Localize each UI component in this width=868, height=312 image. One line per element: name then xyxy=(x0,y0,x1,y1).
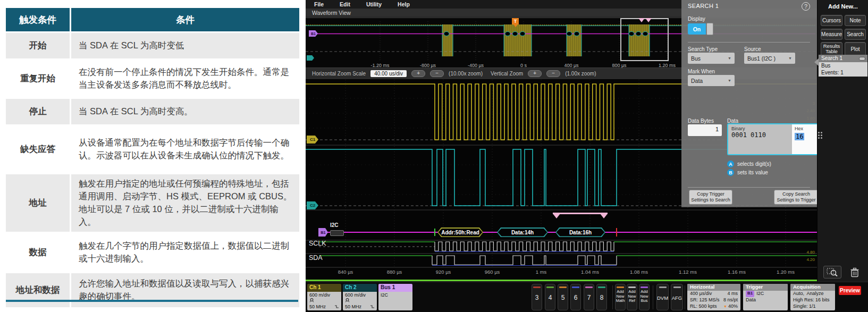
preview-button[interactable]: Preview xyxy=(839,286,861,295)
row-condition-desc: 触发在用户指定的地址或任何预编程的特殊地址，包括通用调用、启动字节、HS 模式、… xyxy=(71,174,299,232)
source-label: Source xyxy=(744,46,761,52)
channel8-button[interactable]: 8 xyxy=(596,284,607,310)
add-new-bus-button[interactable]: Add New Bus xyxy=(639,284,650,310)
channel6-button[interactable]: 6 xyxy=(570,284,581,310)
item-toggle-icon[interactable] xyxy=(859,57,865,61)
right-sidebar: Add New... Cursors Note Measure Search R… xyxy=(817,0,868,282)
v-zoom-minus-button[interactable]: − xyxy=(546,70,560,77)
search-type-dropdown[interactable]: Bus▼ xyxy=(688,53,735,64)
display-toggle[interactable]: On xyxy=(688,23,713,35)
menu-edit[interactable]: Edit xyxy=(340,1,350,7)
add-new-heading: Add New... xyxy=(818,3,868,10)
divider xyxy=(688,187,810,188)
menu-file[interactable]: File xyxy=(314,1,324,7)
search1-list-item[interactable]: Search 1 Bus Events: 1 xyxy=(819,55,867,77)
data-bytes-input[interactable]: 1 xyxy=(688,124,722,136)
afg-button[interactable]: AFG xyxy=(671,284,683,310)
knob-b-hint: B sets its value xyxy=(727,169,768,176)
channel2-scale: 600 m/div xyxy=(345,292,375,298)
add-new-ref-button[interactable]: Add New Ref xyxy=(627,284,637,310)
channel2-card-header: Ch 2 xyxy=(343,284,377,292)
search-type-label: Search Type xyxy=(688,46,718,52)
hex-value-selected[interactable]: 16 xyxy=(795,133,804,140)
h-zoom-factor-text: (10.00x zoom) xyxy=(449,71,483,77)
panel-grip-icon[interactable] xyxy=(818,132,822,139)
add-cursors-button[interactable]: Cursors xyxy=(821,15,842,26)
divider xyxy=(688,42,810,43)
table-row: 地址和数据 允许您输入地址和数据值以及读取与写入，以捕获感兴趣的确切事件。 xyxy=(6,273,299,307)
menu-utility[interactable]: Utility xyxy=(366,1,382,7)
zoom-scale-input[interactable]: 40.00 us/div xyxy=(370,70,407,77)
dvm-button[interactable]: DVM xyxy=(656,284,669,310)
trigger-settings-panel[interactable]: Trigger B1I2C Data xyxy=(743,284,788,310)
channel3-button[interactable]: 3 xyxy=(532,284,542,310)
copy-trigger-to-search-button[interactable]: Copy Trigger Settings to Search xyxy=(689,190,732,205)
time-axis-label: 880 µs xyxy=(387,269,402,275)
tab-waveform-view[interactable]: Waveform View xyxy=(306,10,351,16)
trigger-bus-type: I2C xyxy=(756,291,764,297)
header-condition: 条件 xyxy=(71,8,299,31)
graticule-bottom-border xyxy=(306,280,817,281)
trigger-position-icon: ▼ xyxy=(723,305,727,308)
row-condition-desc: 允许您输入地址和数据值以及读取与写入，以捕获感兴趣的确切事件。 xyxy=(71,273,299,307)
header-trigger-condition: 触发条件 xyxy=(6,8,70,31)
search1-item-events: Events: 1 xyxy=(821,70,865,77)
row-condition-name: 地址和数据 xyxy=(6,273,70,307)
sda-label: SDA xyxy=(309,254,323,262)
channel1-card[interactable]: Ch 1 600 m/div 50 MHz xyxy=(307,284,341,310)
channel2-card[interactable]: Ch 2 600 m/div 50 MHz xyxy=(343,284,377,310)
add-new-math-button[interactable]: Add New Math xyxy=(615,284,626,310)
mark-when-dropdown[interactable]: Data▼ xyxy=(688,75,735,86)
row-condition-desc: 从设备通常配置为在每个地址和数据字节后传输一个确认。示波器可以在从设备未生成确认… xyxy=(71,126,299,173)
copy-search-to-trigger-button[interactable]: Copy Search Settings to Trigger xyxy=(774,190,819,205)
zoom-window-box[interactable] xyxy=(620,18,669,61)
acquisition-settings-panel[interactable]: Acquisition Auto, Analyze High Res: 16 b… xyxy=(790,284,835,310)
data-value-editor[interactable]: Binary 0001 0110 Hex 16 xyxy=(727,123,819,155)
source-dropdown[interactable]: Bus1 (I2C )▼ xyxy=(744,53,795,64)
help-icon[interactable]: ? xyxy=(802,2,810,11)
vertical-zoom-label: Vertical Zoom xyxy=(491,71,523,77)
menu-help[interactable]: Help xyxy=(398,1,410,7)
add-results-table-button[interactable]: Results Table xyxy=(821,42,842,56)
trash-icon xyxy=(850,267,859,277)
table-row: 开始 当 SDA 在 SCL 为高时变低 xyxy=(6,33,299,58)
time-axis-label: 1.12 ms xyxy=(679,269,697,275)
knob-a-icon: A xyxy=(727,161,734,167)
search-mark-icon xyxy=(645,18,652,22)
channel2-bandwidth: 50 MHz xyxy=(345,304,361,310)
bus1-card[interactable]: Bus 1 I2C xyxy=(378,284,412,310)
channel4-button[interactable]: 4 xyxy=(545,284,555,310)
mark-when-label: Mark When xyxy=(688,69,715,74)
delete-button[interactable] xyxy=(847,266,862,279)
divider xyxy=(612,285,613,309)
horizontal-settings-panel[interactable]: Horizontal 400 µs/div4 ms SR: 125 MS/s8 … xyxy=(687,284,740,310)
trigger-marker-icon[interactable]: T xyxy=(512,18,519,24)
table-row: 缺失应答 从设备通常配置为在每个地址和数据字节后传输一个确认。示波器可以在从设备… xyxy=(6,126,299,173)
zoom-mode-button[interactable] xyxy=(823,266,841,279)
channel7-button[interactable]: 7 xyxy=(584,284,594,310)
row-condition-desc: 在没有前一个停止条件的情况下发生开始条件。通常是当主设备发送多条消息而不释放总线… xyxy=(71,60,299,97)
search1-item-type: Bus xyxy=(821,63,865,70)
row-condition-desc: 当 SDA 在 SCL 为高时变低 xyxy=(71,33,299,58)
add-note-button[interactable]: Note xyxy=(845,15,866,26)
channel5-button[interactable]: 5 xyxy=(558,284,568,310)
hex-section[interactable]: Hex 16 xyxy=(792,124,818,154)
h-zoom-minus-button[interactable]: − xyxy=(430,70,444,77)
oscilloscope-app: File Edit Utility Help Waveform View B1 … xyxy=(306,0,868,312)
bus1-type: I2C xyxy=(381,292,410,298)
row-condition-name: 数据 xyxy=(6,233,70,272)
time-axis-label: 1.04 ms xyxy=(581,269,599,275)
time-axis-label: 960 µs xyxy=(485,269,500,275)
search-panel-title: SEARCH 1 xyxy=(688,3,719,9)
vertical-scale-label: 4.20 xyxy=(799,257,815,262)
screenshot-root: 触发条件 条件 开始 当 SDA 在 SCL 为高时变低 重复开始 在没有前一个… xyxy=(0,0,868,312)
h-zoom-plus-button[interactable]: + xyxy=(411,70,425,77)
v-zoom-plus-button[interactable]: + xyxy=(528,70,542,77)
time-axis-label: 1.20 ms xyxy=(777,269,795,275)
add-search-button[interactable]: Search xyxy=(845,29,866,40)
overview-time-label: -400 µs xyxy=(468,63,484,68)
add-measure-button[interactable]: Measure xyxy=(821,29,842,40)
trigger-source-badge: B1 xyxy=(746,291,754,297)
v-zoom-factor-text: (1.00x zoom) xyxy=(565,71,596,77)
add-plot-button[interactable]: Plot xyxy=(845,42,866,56)
